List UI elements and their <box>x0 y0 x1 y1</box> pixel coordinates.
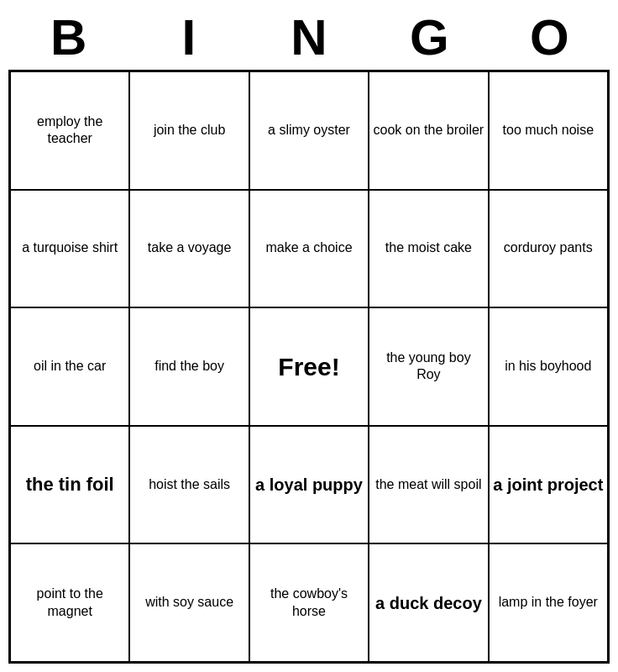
cell-text-12: Free! <box>278 350 339 383</box>
bingo-cell-13[interactable]: the young boy Roy <box>369 307 488 426</box>
bingo-grid: employ the teacherjoin the cluba slimy o… <box>8 70 610 664</box>
cell-text-3: cook on the broiler <box>374 122 484 139</box>
bingo-cell-10[interactable]: oil in the car <box>10 307 129 426</box>
letter-i: I <box>128 8 249 66</box>
bingo-cell-18[interactable]: the meat will spoil <box>369 426 488 544</box>
cell-text-2: a slimy oyster <box>268 122 350 139</box>
letter-o: O <box>490 8 610 66</box>
cell-text-7: make a choice <box>265 239 352 257</box>
bingo-cell-6[interactable]: take a voyage <box>129 190 249 308</box>
cell-text-24: lamp in the foyer <box>499 594 598 612</box>
bingo-cell-14[interactable]: in his boyhood <box>489 307 608 426</box>
cell-text-23: a duck decoy <box>375 592 482 614</box>
bingo-cell-23[interactable]: a duck decoy <box>369 543 488 662</box>
bingo-cell-1[interactable]: join the club <box>129 71 249 190</box>
cell-text-9: corduroy pants <box>504 239 593 257</box>
letter-n: N <box>249 8 369 66</box>
cell-text-15: the tin foil <box>26 473 114 497</box>
bingo-cell-24[interactable]: lamp in the foyer <box>489 543 608 662</box>
cell-text-22: the cowboy's horse <box>254 585 364 621</box>
bingo-cell-11[interactable]: find the boy <box>129 307 249 426</box>
cell-text-14: in his boyhood <box>505 358 591 375</box>
bingo-header: B I N G O <box>8 8 610 66</box>
bingo-cell-21[interactable]: with soy sauce <box>129 543 249 662</box>
cell-text-0: employ the teacher <box>14 113 125 149</box>
bingo-cell-15[interactable]: the tin foil <box>10 426 129 544</box>
cell-text-16: hoist the sails <box>149 476 230 494</box>
cell-text-8: the moist cake <box>385 239 472 257</box>
cell-text-5: a turquoise shirt <box>22 239 118 257</box>
bingo-cell-8[interactable]: the moist cake <box>369 190 488 308</box>
cell-text-17: a loyal puppy <box>255 474 363 496</box>
cell-text-21: with soy sauce <box>145 594 233 612</box>
cell-text-6: take a voyage <box>148 239 232 257</box>
bingo-cell-19[interactable]: a joint project <box>489 426 608 544</box>
letter-g: G <box>369 8 490 66</box>
bingo-cell-9[interactable]: corduroy pants <box>489 190 608 308</box>
cell-text-20: point to the magnet <box>14 585 125 621</box>
letter-b: B <box>8 8 128 66</box>
bingo-cell-16[interactable]: hoist the sails <box>129 426 249 544</box>
cell-text-13: the young boy Roy <box>373 349 484 385</box>
bingo-cell-17[interactable]: a loyal puppy <box>249 426 369 544</box>
cell-text-1: join the club <box>154 122 225 139</box>
bingo-cell-5[interactable]: a turquoise shirt <box>10 190 129 308</box>
cell-text-18: the meat will spoil <box>375 476 481 494</box>
cell-text-10: oil in the car <box>34 358 106 375</box>
bingo-cell-22[interactable]: the cowboy's horse <box>249 543 369 662</box>
cell-text-11: find the boy <box>154 358 224 375</box>
bingo-cell-0[interactable]: employ the teacher <box>10 71 129 190</box>
bingo-cell-4[interactable]: too much noise <box>489 71 608 190</box>
cell-text-4: too much noise <box>503 122 594 139</box>
bingo-cell-12[interactable]: Free! <box>249 307 369 426</box>
bingo-cell-3[interactable]: cook on the broiler <box>369 71 488 190</box>
bingo-cell-7[interactable]: make a choice <box>249 190 369 308</box>
bingo-cell-20[interactable]: point to the magnet <box>10 543 129 662</box>
cell-text-19: a joint project <box>493 474 603 496</box>
bingo-cell-2[interactable]: a slimy oyster <box>249 71 369 190</box>
